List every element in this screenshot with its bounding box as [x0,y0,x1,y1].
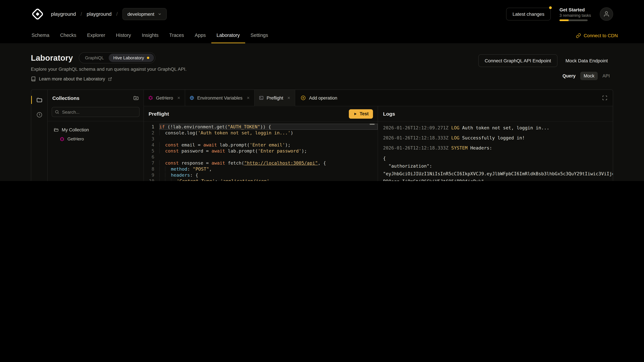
line-number: 10 [144,178,159,181]
globe-icon [190,95,194,100]
code-line[interactable]: 10 'Content-Type': 'application/json' [144,178,378,181]
log-raw-line: "eyJhbGciOiJIUzI1NiIsInR5cCI6IkpXVCJ9.ey… [383,170,608,178]
endpoint-option-api[interactable]: API [599,72,613,80]
laboratory-panel: Collections My CollectionGetHero GetHero… [31,89,613,181]
line-content: const password = await lab.prompt('Enter… [159,148,378,154]
preflight-editor-panel: Preflight Test 1if (!lab.environment.get… [144,106,378,181]
log-timestamp: 2026-01-26T12:12:09.271Z [383,125,448,130]
fullscreen-icon [602,95,608,100]
collection-folder[interactable]: My Collection [51,125,140,134]
connect-to-cdn-link[interactable]: Connect to CDN [576,28,618,43]
nav-tab-schema[interactable]: Schema [26,28,55,43]
folder-open-icon [54,127,59,132]
log-level: LOG [448,125,462,130]
learn-more-link[interactable]: Learn more about the Laboratory [31,76,187,81]
line-number: 6 [144,154,159,160]
code-line[interactable]: 6 [144,154,378,160]
endpoint-option-mock[interactable]: Mock [580,72,598,80]
nav-tab-history[interactable]: History [110,28,136,43]
mode-option-graphiql[interactable]: GraphiQL [80,54,109,62]
collections-sidebar: Collections My CollectionGetHero [48,90,144,181]
line-content: console.log('Auth token not set, loggin … [159,130,378,136]
tab-label: Environment Variables [197,95,242,100]
connect-graphql-endpoint-button[interactable]: Connect GraphQL API Endpoint [478,54,558,67]
collapse-panel-handle[interactable] [370,124,375,125]
plus-circle-icon [301,95,306,100]
log-entry: 2026-01-26T12:12:18.333Z SYSTEM Headers: [383,144,608,151]
tab-gethero[interactable]: GetHero [144,90,185,106]
collections-icon [36,97,42,103]
preflight-icon [259,95,264,100]
get-started-widget[interactable]: Get Started 3 remaining tasks [560,7,591,21]
log-raw-line: { [383,155,608,162]
log-raw-line: "authorization": [383,162,608,170]
close-icon[interactable] [246,96,250,99]
code-line[interactable]: 4 const email = await lab.prompt('Enter … [144,142,378,148]
code-line[interactable]: 1if (!lab.environment.get("AUTH_TOKEN"))… [144,124,378,130]
nav-tab-insights[interactable]: Insights [136,28,164,43]
logs-panel: Logs 2026-01-26T12:12:09.271Z LOG Auth t… [378,106,613,181]
code-line[interactable]: 7 const response = await fetch("http://l… [144,160,378,166]
latest-changes-button[interactable]: Latest changes [506,7,551,20]
nav-tab-traces[interactable]: Traces [164,28,189,43]
link-icon [576,33,581,38]
code-line[interactable]: 8 method: "POST", [144,166,378,172]
endpoint-toggle-label: Query [562,73,576,78]
line-number: 3 [144,136,159,142]
hive-logo[interactable] [31,7,44,21]
test-button[interactable]: Test [349,109,373,118]
collection-folder-label: My Collection [62,127,89,132]
close-icon[interactable] [287,96,291,99]
get-started-subtitle: 3 remaining tasks [560,13,591,17]
page-subtitle: Explore your GraphQL schema and run quer… [31,66,187,72]
rail-collections-button[interactable] [31,94,47,106]
line-number: 9 [144,172,159,178]
breadcrumb: playground / playground / development [51,8,167,20]
nav-tab-settings[interactable]: Settings [245,28,274,43]
tab-environment-variables[interactable]: Environment Variables [185,90,254,106]
line-content [159,154,378,160]
code-line[interactable]: 5 const password = await lab.prompt('Ent… [144,148,378,154]
collections-search-input[interactable] [52,107,140,117]
code-editor[interactable]: 1if (!lab.environment.get("AUTH_TOKEN"))… [144,124,378,181]
graphql-icon [148,95,153,100]
mock-data-endpoint-button[interactable]: Mock Data Endpoint [560,54,613,67]
nav-tab-laboratory[interactable]: Laboratory [211,28,245,43]
nav-tab-explorer[interactable]: Explorer [82,28,110,43]
add-operation-label: Add operation [309,95,337,100]
laboratory-page: Laboratory GraphiQL Hive Laboratory Expl… [0,43,644,181]
line-content: method: "POST", [159,166,378,172]
tab-preflight[interactable]: Preflight [254,90,295,106]
rail-history-button[interactable] [31,109,47,120]
avatar[interactable] [600,7,613,21]
active-mode-dot [147,57,149,59]
code-line[interactable]: 3 [144,136,378,142]
target-selector[interactable]: development [122,8,167,20]
tab-label: GetHero [156,95,173,100]
nav-tab-apps[interactable]: Apps [189,28,211,43]
line-number: 8 [144,166,159,172]
new-collection-button[interactable] [133,95,139,101]
breadcrumb-org[interactable]: playground [51,11,76,17]
collection-operation-gethero[interactable]: GetHero [57,134,140,143]
search-icon [55,110,59,114]
breadcrumb-project[interactable]: playground [87,11,112,17]
endpoint-toggle: Query Mock API [562,72,613,80]
line-content [159,136,378,142]
mode-option-hive-laboratory[interactable]: Hive Laboratory [108,54,154,62]
mode-option-label: Hive Laboratory [113,55,144,60]
fullscreen-button[interactable] [597,90,613,106]
nav-tab-checks[interactable]: Checks [55,28,82,43]
log-raw-line: B90oqg_IjOmGtjP6CkiV5Jt695jBD0fjzPxk" [383,178,608,181]
external-link-icon [108,77,112,81]
code-line[interactable]: 2 console.log('Auth token not set, loggi… [144,130,378,136]
graphql-icon [60,137,64,141]
nav-tabs: SchemaChecksExplorerHistoryInsightsTrace… [26,28,274,43]
breadcrumb-separator: / [80,11,82,17]
add-operation-button[interactable]: Add operation [295,90,343,106]
cdn-link-label: Connect to CDN [584,33,618,38]
play-icon [353,112,357,116]
line-content: 'Content-Type': 'application/json' [159,178,378,181]
close-icon[interactable] [177,96,180,99]
code-line[interactable]: 9 headers: { [144,172,378,178]
